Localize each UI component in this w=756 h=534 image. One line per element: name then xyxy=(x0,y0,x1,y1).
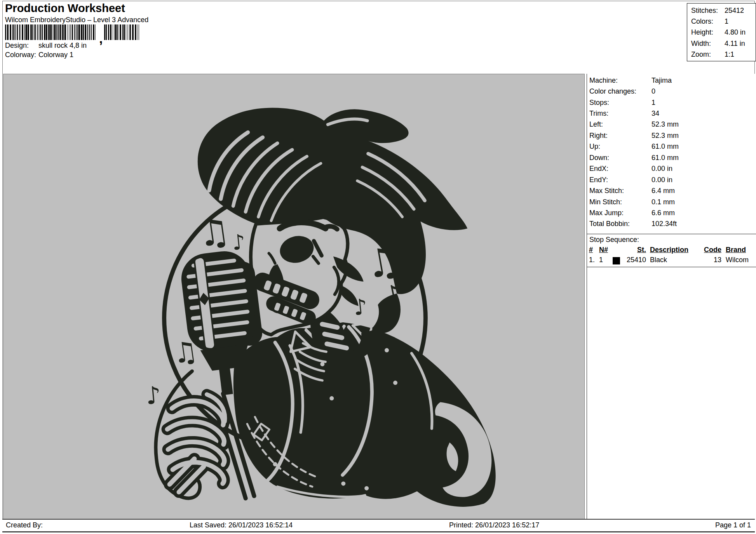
col-header-code: Code xyxy=(702,246,721,254)
skull-rock-embroidery-design: ♫ ♪ ♫ ♪ ♪ ♫ ♪ xyxy=(3,74,584,519)
info-row: Stops:1 xyxy=(587,97,756,108)
music-note-icon: ♫ xyxy=(195,210,233,255)
colorway-row: Colorway: Colorway 1 xyxy=(5,51,73,59)
info-row: EndY:0.00 in xyxy=(587,174,756,185)
summary-row: Zoom:1:1 xyxy=(687,49,756,60)
info-row: Max Stitch:6.4 mm xyxy=(587,185,756,196)
stop-stitches: 25410 xyxy=(624,256,646,264)
printed-label: Printed: 26/01/2023 16:52:17 xyxy=(449,521,539,529)
design-value: skull rock 4,8 in xyxy=(38,42,87,50)
summary-row: Height:4.80 in xyxy=(687,27,756,38)
colorway-value: Colorway 1 xyxy=(38,51,73,59)
design-barcode: , xyxy=(5,24,140,40)
info-row: Right:52.3 mm xyxy=(587,130,756,141)
design-label: Design: xyxy=(5,42,38,50)
stop-description: Black xyxy=(650,256,667,264)
music-note-icon: ♪ xyxy=(145,381,162,410)
page-number: Page 1 of 1 xyxy=(715,521,751,529)
machine-info-list: Machine:Tajima Color changes:0 Stops:1 T… xyxy=(587,75,756,230)
stop-sequence-title: Stop Sequence: xyxy=(589,236,639,244)
info-row: Total Bobbin:102.34ft xyxy=(587,219,756,230)
design-name-row: Design: skull rock 4,8 in xyxy=(5,42,87,50)
stop-needle: 1 xyxy=(599,256,603,264)
barcode-icon xyxy=(104,24,140,40)
col-header-stitches: St. xyxy=(624,246,646,254)
footer-bar: Created By: Last Saved: 26/01/2023 16:52… xyxy=(2,519,755,532)
divider xyxy=(587,267,756,267)
info-row: Up:61.0 mm xyxy=(587,141,756,152)
divider xyxy=(587,234,756,234)
colorway-label: Colorway: xyxy=(5,51,38,59)
info-row: Left:52.3 mm xyxy=(587,119,756,130)
info-row: Trims:34 xyxy=(587,108,756,119)
stop-sequence-header-row: # N# St. Description Code Brand xyxy=(587,246,756,255)
barcode-comma: , xyxy=(99,35,103,42)
software-subtitle: Wilcom EmbroideryStudio – Level 3 Advanc… xyxy=(5,16,148,24)
info-row: Down:61.0 mm xyxy=(587,152,756,163)
design-summary-box: Stitches:25412 Colors:1 Height:4.80 in W… xyxy=(687,3,756,61)
col-header-needle: N# xyxy=(599,246,608,254)
last-saved-label: Last Saved: 26/01/2023 16:52:14 xyxy=(190,521,293,529)
created-by-label: Created By: xyxy=(6,521,43,529)
page-title: Production Worksheet xyxy=(5,2,125,15)
music-note-icon: ♪ xyxy=(231,230,247,255)
stop-code: 13 xyxy=(702,256,721,264)
col-header-brand: Brand xyxy=(726,246,746,254)
info-row: Min Stitch:0.1 mm xyxy=(587,197,756,207)
col-header-description: Description xyxy=(650,246,688,254)
machine-info-panel: Machine:Tajima Color changes:0 Stops:1 T… xyxy=(587,74,756,519)
info-row: Color changes:0 xyxy=(587,86,756,97)
design-preview-canvas: ♫ ♪ ♫ ♪ ♪ ♫ ♪ xyxy=(3,74,585,519)
stop-brand: Wilcom xyxy=(726,256,749,264)
info-row: Max Jump:6.6 mm xyxy=(587,207,756,218)
thread-color-swatch xyxy=(613,257,620,264)
stop-sequence-row: 1. 1 25410 Black 13 Wilcom xyxy=(587,256,756,265)
summary-row: Colors:1 xyxy=(687,16,756,27)
barcode-icon xyxy=(5,24,98,40)
info-row: Machine:Tajima xyxy=(587,75,756,86)
info-row: EndX:0.00 in xyxy=(587,164,756,174)
summary-row: Stitches:25412 xyxy=(687,5,756,16)
col-header-num: # xyxy=(589,246,593,254)
stop-num: 1. xyxy=(589,256,595,264)
summary-row: Width:4.11 in xyxy=(687,38,756,49)
skeleton-hand xyxy=(167,395,225,492)
